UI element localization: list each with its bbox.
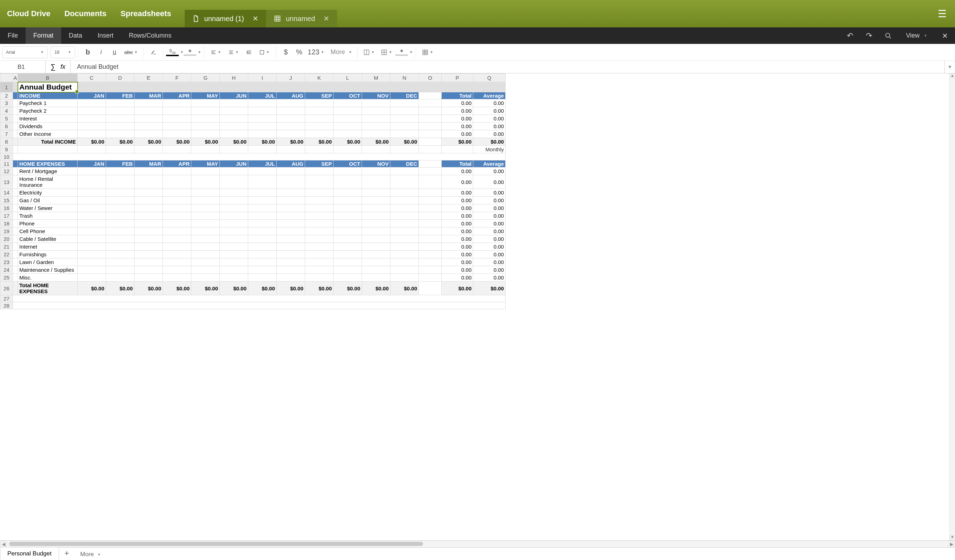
- col-header[interactable]: O: [419, 74, 442, 82]
- merge-button[interactable]: ▼: [360, 46, 378, 59]
- col-header[interactable]: N: [390, 74, 419, 82]
- col-header[interactable]: Q: [473, 74, 506, 82]
- redo-icon[interactable]: ↷: [860, 27, 878, 44]
- row-header[interactable]: 1: [0, 82, 13, 92]
- select-all-corner[interactable]: [0, 74, 13, 82]
- row-header[interactable]: 16: [0, 204, 13, 212]
- underline-button[interactable]: u: [108, 46, 121, 59]
- row-header[interactable]: 26: [0, 282, 13, 295]
- scroll-left-icon[interactable]: ◀: [0, 541, 7, 547]
- vertical-align-button[interactable]: ▼: [225, 46, 242, 59]
- scroll-right-icon[interactable]: ▶: [948, 541, 955, 547]
- menu-data[interactable]: Data: [61, 27, 90, 44]
- col-header[interactable]: D: [106, 74, 135, 82]
- document-tab-2[interactable]: unnamed ✕: [266, 10, 337, 27]
- format-more-button[interactable]: More▼: [326, 46, 354, 59]
- wrap-button[interactable]: ▼: [255, 46, 273, 59]
- col-header[interactable]: A: [13, 74, 18, 82]
- strikethrough-button[interactable]: abc▼: [121, 46, 141, 59]
- row-header[interactable]: 28: [0, 302, 13, 309]
- row-header[interactable]: 25: [0, 274, 13, 282]
- row-header[interactable]: 15: [0, 197, 13, 204]
- row-header[interactable]: 22: [0, 251, 13, 258]
- row-header[interactable]: 21: [0, 243, 13, 251]
- menu-insert[interactable]: Insert: [90, 27, 121, 44]
- row-header[interactable]: 12: [0, 167, 13, 175]
- undo-icon[interactable]: ↶: [841, 27, 860, 44]
- percent-button[interactable]: %: [293, 46, 306, 59]
- row-header[interactable]: 24: [0, 266, 13, 274]
- row-header[interactable]: 2: [0, 92, 13, 99]
- column-headers[interactable]: A B C D E F G H I J K L M N O P Q: [0, 74, 506, 82]
- bold-button[interactable]: b: [81, 46, 94, 59]
- col-header[interactable]: C: [78, 74, 106, 82]
- borders-button[interactable]: ▼: [378, 46, 395, 59]
- col-header[interactable]: E: [135, 74, 163, 82]
- col-header[interactable]: J: [277, 74, 305, 82]
- scroll-up-icon[interactable]: ▲: [950, 74, 955, 79]
- close-panel-icon[interactable]: ✕: [935, 27, 955, 44]
- row-header[interactable]: 3: [0, 99, 13, 107]
- title-cell[interactable]: Annual Budget: [18, 82, 77, 92]
- indent-button[interactable]: [242, 46, 255, 59]
- col-header[interactable]: P: [442, 74, 473, 82]
- row-header[interactable]: 20: [0, 235, 13, 243]
- document-tab-1[interactable]: unnamed (1) ✕: [185, 10, 266, 27]
- view-menu[interactable]: View▼: [898, 27, 935, 44]
- fx-icon[interactable]: fx: [60, 63, 65, 70]
- sum-icon[interactable]: ∑: [50, 63, 55, 71]
- col-header[interactable]: B: [18, 74, 78, 82]
- formula-bar-expand[interactable]: ▼: [944, 61, 955, 73]
- row-header[interactable]: 17: [0, 212, 13, 220]
- font-size-select[interactable]: 16▼: [50, 46, 75, 58]
- formula-input[interactable]: Annual Budget: [70, 63, 944, 70]
- row-header[interactable]: 5: [0, 115, 13, 122]
- row-header[interactable]: 6: [0, 122, 13, 130]
- sheet-tab[interactable]: Personal Budget: [0, 547, 59, 560]
- cell-fill-button[interactable]: ▼: [395, 46, 413, 59]
- sheet-more-button[interactable]: More▼: [75, 548, 107, 560]
- menu-rows-columns[interactable]: Rows/Columns: [121, 27, 179, 44]
- menu-file[interactable]: File: [0, 27, 26, 44]
- row-header[interactable]: 11: [0, 160, 13, 167]
- col-header[interactable]: G: [191, 74, 220, 82]
- row-header[interactable]: 7: [0, 130, 13, 138]
- nav-link-cloud-drive[interactable]: Cloud Drive: [7, 9, 50, 18]
- close-icon[interactable]: ✕: [252, 14, 258, 23]
- nav-link-spreadsheets[interactable]: Spreadsheets: [121, 9, 171, 18]
- currency-button[interactable]: $: [279, 46, 293, 59]
- col-header[interactable]: F: [163, 74, 191, 82]
- table-button[interactable]: ▼: [419, 46, 437, 59]
- text-color-button[interactable]: Sab ▼: [166, 46, 184, 59]
- row-header[interactable]: 4: [0, 107, 13, 115]
- col-header[interactable]: I: [248, 74, 277, 82]
- col-header[interactable]: H: [220, 74, 248, 82]
- search-icon[interactable]: [878, 27, 898, 44]
- row-header[interactable]: 14: [0, 189, 13, 197]
- row-header[interactable]: 23: [0, 258, 13, 266]
- col-header[interactable]: M: [362, 74, 390, 82]
- grid-table[interactable]: A B C D E F G H I J K L M N O P Q: [0, 74, 506, 309]
- scroll-thumb[interactable]: [9, 542, 423, 546]
- menu-icon[interactable]: ☰: [938, 8, 947, 20]
- number-format-button[interactable]: 123▼: [306, 46, 326, 59]
- cell-reference-box[interactable]: B1: [0, 61, 45, 73]
- align-left-button[interactable]: ▼: [207, 46, 225, 59]
- row-header[interactable]: 13: [0, 175, 13, 189]
- add-sheet-button[interactable]: +: [59, 546, 75, 560]
- row-header[interactable]: 18: [0, 220, 13, 227]
- italic-button[interactable]: i: [94, 46, 108, 59]
- horizontal-scrollbar[interactable]: ◀ ▶: [0, 540, 955, 547]
- row-header[interactable]: 19: [0, 227, 13, 235]
- row-header[interactable]: 9: [0, 146, 13, 153]
- nav-link-documents[interactable]: Documents: [64, 9, 106, 18]
- row-header[interactable]: 27: [0, 295, 13, 302]
- menu-format[interactable]: Format: [26, 27, 61, 44]
- vertical-scrollbar[interactable]: ▲ ▼: [949, 74, 955, 540]
- scroll-down-icon[interactable]: ▼: [950, 535, 955, 540]
- row-header[interactable]: 10: [0, 153, 13, 160]
- close-icon[interactable]: ✕: [323, 14, 329, 23]
- font-family-select[interactable]: Arial▼: [2, 46, 48, 58]
- clear-format-button[interactable]: [147, 46, 160, 59]
- row-header[interactable]: 8: [0, 138, 13, 146]
